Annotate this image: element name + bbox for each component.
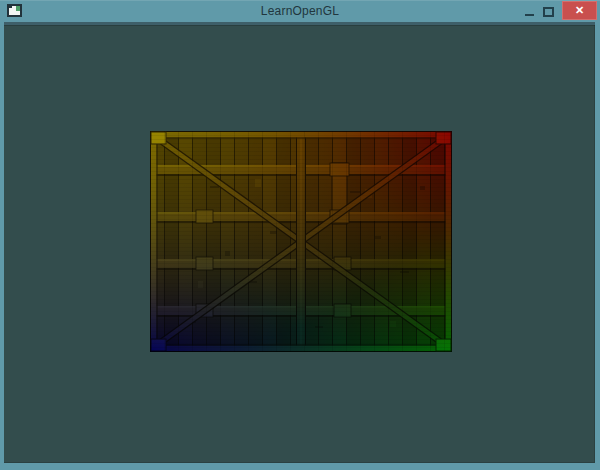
close-button[interactable]: ✕	[562, 1, 597, 20]
minimize-icon	[525, 14, 534, 16]
textured-quad	[150, 131, 452, 352]
window-controls: ✕	[520, 0, 600, 22]
maximize-icon	[543, 7, 554, 17]
wooden-container-texture	[150, 131, 452, 352]
window-title: LearnOpenGL	[0, 0, 600, 22]
close-icon: ✕	[575, 4, 584, 17]
titlebar[interactable]: LearnOpenGL ✕	[0, 0, 600, 22]
minimize-button[interactable]	[520, 0, 539, 22]
maximize-button[interactable]	[539, 0, 558, 22]
